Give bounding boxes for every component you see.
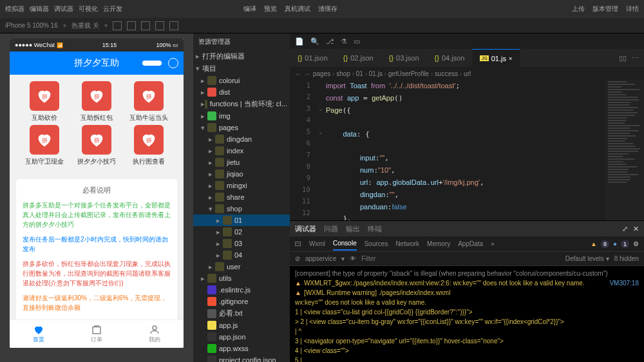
close-icon[interactable]: ✕: [633, 225, 639, 233]
tree-item[interactable]: ▸user: [193, 261, 290, 272]
grid-item[interactable]: 拼互助拆红包: [72, 81, 122, 122]
inspect-icon[interactable]: ⮹: [295, 240, 301, 247]
rotate-icon[interactable]: [113, 21, 122, 30]
tree-item[interactable]: ▸02: [193, 226, 290, 238]
tree-item[interactable]: .eslintrc.js: [193, 284, 290, 296]
reload-label[interactable]: 热重载 关: [71, 21, 99, 30]
tab-network[interactable]: Network: [395, 238, 419, 250]
tree-item[interactable]: project.config.json: [193, 354, 290, 362]
tab-wxml[interactable]: Wxml: [309, 238, 325, 250]
capsule-button[interactable]: [142, 58, 178, 68]
tab-debugger[interactable]: 调试器: [295, 224, 316, 234]
grid-item[interactable]: 拼拼夕夕小技巧: [72, 125, 122, 166]
editor-tab[interactable]: JS01.js ×: [472, 49, 520, 67]
tree-item[interactable]: app.json: [193, 331, 290, 343]
breadcrumb-item[interactable]: getUserProfile: [388, 70, 429, 77]
beaker-icon[interactable]: ⚗: [341, 37, 347, 46]
toolbar-btn[interactable]: 编辑器: [30, 5, 49, 14]
source-link[interactable]: VM307:18: [609, 278, 639, 288]
toolbar-btn[interactable]: 调试器: [54, 5, 73, 14]
back-icon[interactable]: [141, 21, 150, 30]
tree-item[interactable]: .gitignore: [193, 296, 290, 307]
tree-item[interactable]: 必看.txt: [193, 307, 290, 319]
toolbar-btn[interactable]: 预览: [264, 5, 277, 14]
file-icon[interactable]: 📄: [295, 37, 304, 46]
breadcrumb-item[interactable]: 01.js: [369, 70, 383, 77]
tree-item[interactable]: ▸utils: [193, 272, 290, 284]
tree-item[interactable]: ▸01: [193, 214, 290, 226]
eye-icon[interactable]: 👁: [350, 255, 356, 262]
tree-item[interactable]: ▸functions | 当前环境: cl...: [193, 98, 290, 110]
toolbar-btn[interactable]: 上传: [572, 5, 585, 14]
tree-item[interactable]: ▸jiqiao: [193, 168, 290, 180]
nav-back-icon[interactable]: ←: [295, 70, 301, 77]
breadcrumb-item[interactable]: success: [435, 70, 458, 77]
home-icon[interactable]: [155, 21, 164, 30]
tree-item[interactable]: ▸index: [193, 145, 290, 157]
section-open-editors[interactable]: ▸打开的编辑器: [193, 50, 290, 62]
toolbar-btn[interactable]: 版本管理: [592, 5, 618, 14]
editor-tab[interactable]: {}01.json: [290, 49, 336, 67]
toolbar-btn[interactable]: 详情: [626, 5, 639, 14]
tree-item[interactable]: ▸share: [193, 191, 290, 203]
toolbar-btn[interactable]: 真机调试: [285, 5, 310, 14]
tab-console[interactable]: Console: [333, 237, 357, 251]
breadcrumb-item[interactable]: shop: [336, 70, 350, 77]
levels-select[interactable]: Default levels ▾: [565, 255, 609, 262]
tree-item[interactable]: ▾shop: [193, 203, 290, 214]
close-icon[interactable]: [168, 58, 178, 68]
minimap[interactable]: [605, 80, 644, 220]
breadcrumb-item[interactable]: 01: [356, 70, 363, 77]
toolbar-btn[interactable]: 编译: [243, 5, 256, 14]
more-icon[interactable]: ⋯: [632, 54, 639, 62]
toolbar-btn[interactable]: 清缓存: [318, 5, 337, 14]
tree-item[interactable]: ▾pages: [193, 122, 290, 133]
breadcrumb-item[interactable]: url: [464, 70, 471, 77]
screenshot-icon[interactable]: [127, 21, 136, 30]
console-output[interactable]: [component] the type of property "isback…: [290, 266, 644, 362]
tree-item[interactable]: ▸colorui: [193, 75, 290, 86]
tab-sources[interactable]: Sources: [365, 238, 388, 250]
tabbar-item[interactable]: 我的: [126, 320, 184, 348]
split-icon[interactable]: ▯▯: [619, 54, 627, 62]
device-label[interactable]: iPhone 5 100% 16: [5, 22, 58, 29]
tree-item[interactable]: ▸dingdan: [193, 133, 290, 145]
tree-item[interactable]: app.js: [193, 319, 290, 331]
app-body[interactable]: 拼互助砍价拼互助拆红包拼互助牛运当头拼互助守卫现金拼拼夕夕小技巧拼执行图查看 必…: [10, 75, 184, 319]
editor-tab[interactable]: {}04.json: [427, 49, 473, 67]
tab-memory[interactable]: Memory: [427, 238, 450, 250]
tree-item[interactable]: ▸03: [193, 238, 290, 249]
tab-output[interactable]: 输出: [346, 224, 360, 234]
tabbar-item[interactable]: 首页: [10, 320, 68, 348]
toolbar-btn[interactable]: 模拟器: [5, 5, 24, 14]
box-icon[interactable]: ▭: [354, 37, 360, 46]
gear-icon[interactable]: ⚙: [633, 240, 639, 247]
editor-tab[interactable]: {}02.json: [336, 49, 381, 67]
tree-item[interactable]: ▸dist: [193, 86, 290, 98]
code-editor[interactable]: 12345678910111213141516 ⌄⌄⌄ import Toast…: [290, 80, 644, 220]
clear-icon[interactable]: ⊘: [295, 255, 300, 262]
tree-item[interactable]: ▸mingxi: [193, 180, 290, 191]
toolbar-btn[interactable]: 云开发: [103, 5, 122, 14]
tree-item[interactable]: ▸img: [193, 110, 290, 122]
search-icon[interactable]: 🔍: [310, 37, 319, 46]
tree-item[interactable]: ▸04: [193, 249, 290, 261]
grid-item[interactable]: 拼互助守卫现金: [20, 125, 70, 166]
cut-icon[interactable]: [169, 21, 178, 30]
toolbar-btn[interactable]: 可视化: [79, 5, 98, 14]
branch-icon[interactable]: ⎇: [326, 37, 334, 46]
grid-item[interactable]: 拼互助牛运当头: [124, 81, 173, 122]
tree-item[interactable]: app.wxss: [193, 343, 290, 354]
tab-terminal[interactable]: 终端: [368, 224, 382, 234]
tab-appdata[interactable]: AppData: [458, 238, 483, 250]
section-project[interactable]: ▾项目: [193, 62, 290, 75]
tabbar-item[interactable]: 订单: [68, 320, 126, 348]
tab-problems[interactable]: 问题: [324, 224, 338, 234]
context-select[interactable]: appservice: [305, 255, 336, 262]
editor-tab[interactable]: {}03.json: [381, 49, 427, 67]
grid-item[interactable]: 拼互助砍价: [20, 81, 70, 122]
nav-fwd-icon[interactable]: →: [304, 70, 310, 77]
grid-item[interactable]: 拼执行图查看: [124, 125, 173, 166]
filter-input[interactable]: [361, 255, 426, 262]
expand-icon[interactable]: ⤢: [622, 225, 628, 233]
